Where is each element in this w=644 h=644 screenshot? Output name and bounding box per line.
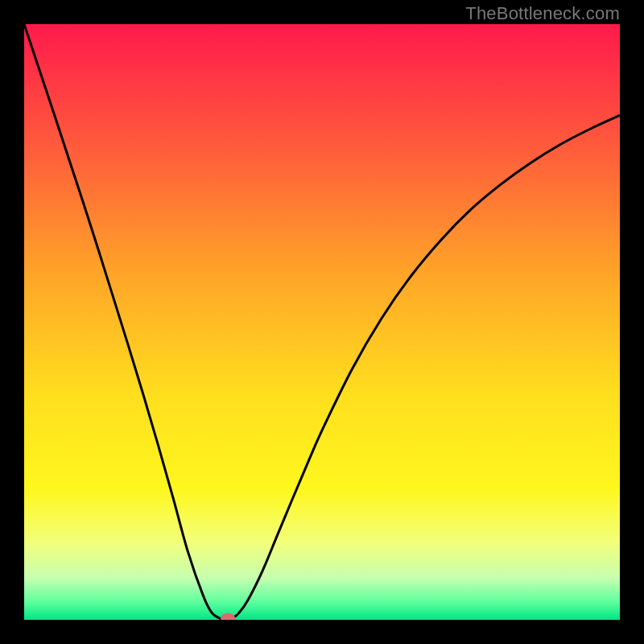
chart-svg	[24, 24, 620, 620]
chart-background-gradient	[24, 24, 620, 620]
chart-plot-area	[24, 24, 620, 620]
watermark-text: TheBottleneck.com	[465, 3, 620, 24]
